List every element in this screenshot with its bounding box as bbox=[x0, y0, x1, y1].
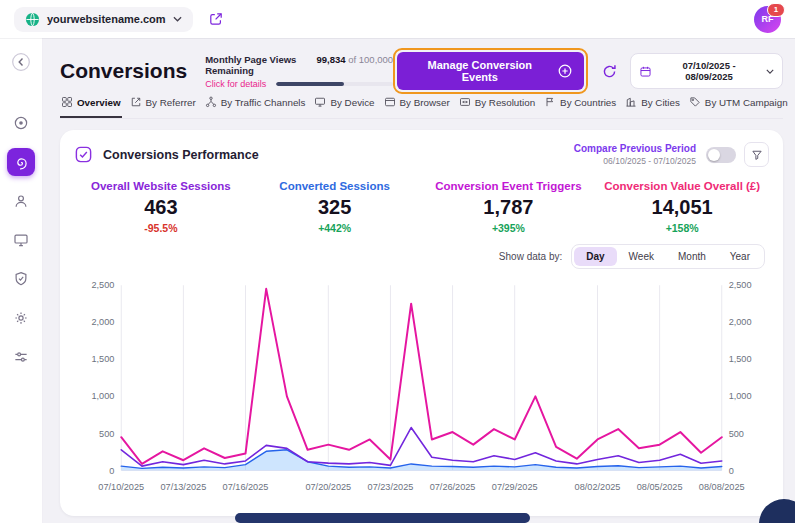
period-option-year[interactable]: Year bbox=[718, 247, 762, 266]
date-range-picker[interactable]: 07/10/2025 - 08/09/2025 bbox=[630, 53, 783, 89]
refresh-button[interactable] bbox=[596, 58, 622, 84]
resolution-icon bbox=[459, 96, 471, 108]
sidebar-item-preferences[interactable] bbox=[7, 343, 35, 371]
svg-text:0: 0 bbox=[729, 466, 734, 476]
referrer-icon bbox=[130, 96, 142, 108]
metric: Overall Website Sessions 463 -95.5% bbox=[74, 180, 248, 234]
panel-title: Conversions Performance bbox=[103, 148, 259, 162]
svg-text:1,000: 1,000 bbox=[91, 391, 114, 401]
svg-text:08/05/2025: 08/05/2025 bbox=[637, 482, 683, 492]
filter-button[interactable] bbox=[744, 142, 769, 167]
svg-text:1,000: 1,000 bbox=[729, 391, 752, 401]
tab-by-utm-campaign[interactable]: By UTM Campaign bbox=[688, 96, 789, 118]
sidebar-item-dashboard[interactable] bbox=[7, 109, 35, 137]
topbar: yourwebsitename.com RF 1 bbox=[0, 0, 795, 38]
tab-by-traffic-channels[interactable]: By Traffic Channels bbox=[204, 96, 307, 118]
shield-icon bbox=[12, 270, 30, 288]
svg-text:07/10/2025: 07/10/2025 bbox=[98, 482, 144, 492]
panel-header: Conversions Performance Compare Previous… bbox=[74, 142, 769, 167]
calendar-icon bbox=[639, 65, 652, 78]
svg-text:2,000: 2,000 bbox=[729, 317, 752, 327]
show-data-by-label: Show data by: bbox=[499, 251, 562, 262]
metric: Conversion Value Overall (£) 14,051 +158… bbox=[595, 180, 769, 234]
globe-icon bbox=[25, 12, 40, 27]
sidebar-item-audience[interactable] bbox=[7, 187, 35, 215]
channels-icon bbox=[205, 96, 217, 108]
sidebar-collapse-button[interactable] bbox=[7, 48, 35, 76]
user-menu[interactable]: RF 1 bbox=[754, 6, 781, 33]
tab-by-browser[interactable]: By Browser bbox=[383, 96, 451, 118]
svg-text:07/23/2025: 07/23/2025 bbox=[368, 482, 414, 492]
site-name: yourwebsitename.com bbox=[47, 13, 166, 25]
notification-badge: 1 bbox=[767, 3, 785, 17]
metrics-row: Overall Website Sessions 463 -95.5% Conv… bbox=[74, 180, 769, 234]
svg-text:2,500: 2,500 bbox=[729, 280, 752, 290]
pageviews-progress-fill bbox=[276, 82, 344, 86]
grid-icon bbox=[61, 96, 73, 108]
svg-text:2,000: 2,000 bbox=[91, 317, 114, 327]
period-option-day[interactable]: Day bbox=[574, 247, 616, 266]
svg-text:500: 500 bbox=[729, 428, 744, 438]
metric: Converted Sessions 325 +442% bbox=[248, 180, 422, 234]
svg-text:07/26/2025: 07/26/2025 bbox=[430, 482, 476, 492]
svg-text:08/08/2025: 08/08/2025 bbox=[699, 482, 745, 492]
page-header: Conversions Monthly Page Views Remaining… bbox=[60, 48, 783, 94]
external-link-icon bbox=[208, 11, 224, 27]
manage-conversion-events-button[interactable]: Manage Conversion Events bbox=[397, 52, 584, 90]
sidebar-item-security[interactable] bbox=[7, 265, 35, 293]
funnel-icon bbox=[751, 149, 763, 161]
svg-text:2,500: 2,500 bbox=[91, 280, 114, 290]
browser-icon bbox=[384, 96, 396, 108]
svg-text:07/29/2025: 07/29/2025 bbox=[492, 482, 538, 492]
tab-by-referrer[interactable]: By Referrer bbox=[129, 96, 197, 118]
tab-by-device[interactable]: By Device bbox=[313, 96, 375, 118]
sliders-icon bbox=[12, 348, 30, 366]
tab-by-countries[interactable]: By Countries bbox=[543, 96, 617, 118]
svg-text:07/16/2025: 07/16/2025 bbox=[223, 482, 269, 492]
date-range-text: 07/10/2025 - 08/09/2025 bbox=[658, 60, 760, 82]
checkbox-icon bbox=[74, 145, 93, 164]
conversions-line-chart: 07/10/202507/13/202507/16/202507/20/2025… bbox=[74, 273, 769, 501]
pageviews-quota: Monthly Page Views Remaining 99,834 of 1… bbox=[205, 54, 393, 89]
flag-icon bbox=[544, 96, 556, 108]
conversions-performance-panel: Conversions Performance Compare Previous… bbox=[60, 130, 783, 516]
period-option-week[interactable]: Week bbox=[617, 247, 666, 266]
period-option-month[interactable]: Month bbox=[666, 247, 718, 266]
horizontal-scrollbar-thumb[interactable] bbox=[235, 513, 530, 523]
tab-overview[interactable]: Overview bbox=[60, 96, 122, 118]
page-title: Conversions bbox=[60, 59, 187, 83]
manage-button-highlight-box: Manage Conversion Events bbox=[393, 48, 588, 94]
tab-by-cities[interactable]: By Cities bbox=[624, 96, 681, 118]
svg-text:1,500: 1,500 bbox=[91, 354, 114, 364]
sidebar-item-sessions[interactable] bbox=[7, 226, 35, 254]
chevron-down-icon bbox=[173, 16, 182, 22]
monitor-icon bbox=[12, 231, 30, 249]
device-icon bbox=[314, 96, 326, 108]
buildings-icon bbox=[625, 96, 637, 108]
compare-toggle[interactable] bbox=[706, 147, 736, 163]
chevron-down-icon bbox=[766, 69, 774, 74]
sidebar-item-settings[interactable] bbox=[7, 304, 35, 332]
pageviews-progress-bar bbox=[276, 82, 393, 86]
pageviews-count: 99,834 of 100,000 bbox=[317, 54, 394, 65]
collapse-arrow-icon bbox=[11, 52, 31, 72]
period-segmented-control: Day Week Month Year bbox=[571, 244, 765, 269]
gear-icon bbox=[12, 309, 30, 327]
header-actions: Manage Conversion Events 07/10/2025 - 08… bbox=[393, 48, 783, 94]
show-data-by-row: Show data by: Day Week Month Year bbox=[74, 244, 769, 269]
svg-text:07/13/2025: 07/13/2025 bbox=[160, 482, 206, 492]
metric: Conversion Event Triggers 1,787 +395% bbox=[422, 180, 596, 234]
tab-by-resolution[interactable]: By Resolution bbox=[458, 96, 536, 118]
user-icon bbox=[12, 192, 30, 210]
target-icon bbox=[12, 114, 30, 132]
pageviews-details-link[interactable]: Click for details bbox=[205, 79, 266, 89]
toggle-knob bbox=[708, 149, 720, 161]
open-site-button[interactable] bbox=[203, 6, 229, 32]
main-content: Conversions Monthly Page Views Remaining… bbox=[42, 38, 795, 523]
report-tabs: Overview By Referrer By Traffic Channels… bbox=[60, 96, 783, 119]
svg-text:500: 500 bbox=[99, 428, 114, 438]
sidebar-item-conversions[interactable] bbox=[7, 148, 35, 176]
sidebar bbox=[0, 38, 43, 523]
site-selector[interactable]: yourwebsitename.com bbox=[14, 7, 193, 32]
svg-text:07/20/2025: 07/20/2025 bbox=[305, 482, 351, 492]
